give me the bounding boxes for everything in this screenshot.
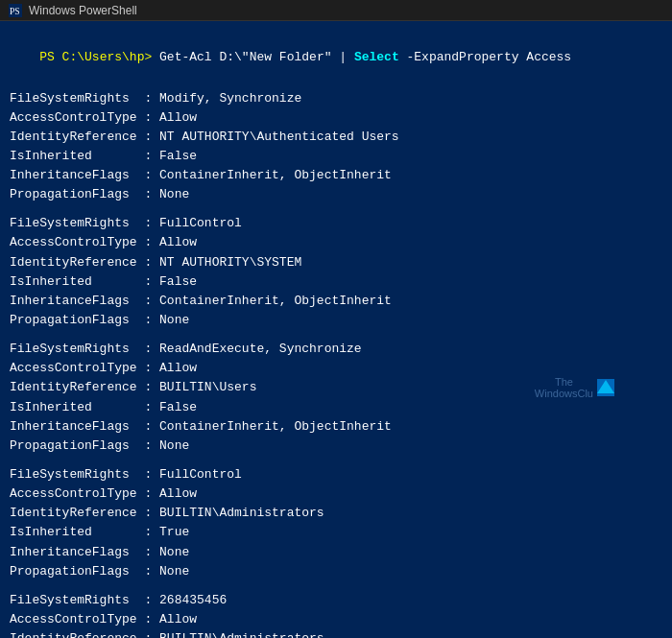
output-line: IdentityReference : NT AUTHORITY\SYSTEM bbox=[10, 253, 662, 272]
output-line: PropagationFlags : None bbox=[10, 437, 662, 456]
output-line: IsInherited : False bbox=[10, 147, 662, 166]
output-line: FileSystemRights : FullControl bbox=[10, 214, 662, 233]
command-post: -ExpandProperty Access bbox=[399, 50, 571, 64]
output-line: FileSystemRights : Modify, Synchronize bbox=[10, 89, 662, 108]
output-line: InheritanceFlags : ContainerInherit, Obj… bbox=[10, 166, 662, 185]
output-line: IsInherited : False bbox=[10, 398, 662, 417]
output-line: PropagationFlags : None bbox=[10, 311, 662, 330]
output-line: FileSystemRights : 268435456 bbox=[10, 591, 662, 610]
output-line: IdentityReference : BUILTIN\Administrato… bbox=[10, 629, 662, 638]
output-line: AccessControlType : Allow bbox=[10, 108, 662, 128]
output-line: AccessControlType : Allow bbox=[10, 233, 662, 252]
select-keyword: Select bbox=[354, 50, 399, 64]
output-line: FileSystemRights : FullControl bbox=[10, 465, 662, 484]
output-line: FileSystemRights : ReadAndExecute, Synch… bbox=[10, 340, 662, 359]
output-line: AccessControlType : Allow bbox=[10, 610, 662, 629]
output-line: IdentityReference : BUILTIN\Users bbox=[10, 378, 662, 397]
title-bar-text: Windows PowerShell bbox=[29, 4, 137, 17]
powershell-icon: PS bbox=[8, 3, 23, 18]
output-line: AccessControlType : Allow bbox=[10, 484, 662, 504]
acl-block-3: FileSystemRights : ReadAndExecute, Synch… bbox=[10, 340, 662, 456]
output-line: InheritanceFlags : None bbox=[10, 543, 662, 562]
command-pre: Get-Acl D:\"New Folder" | bbox=[152, 50, 354, 64]
acl-block-2: FileSystemRights : FullControl AccessCon… bbox=[10, 214, 662, 330]
acl-block-5: FileSystemRights : 268435456 AccessContr… bbox=[10, 591, 662, 638]
acl-block-1: FileSystemRights : Modify, Synchronize A… bbox=[10, 89, 662, 205]
output-line: IdentityReference : NT AUTHORITY\Authent… bbox=[10, 128, 662, 147]
output-line: PropagationFlags : None bbox=[10, 562, 662, 581]
prompt-text: PS C:\Users\hp> bbox=[39, 50, 152, 64]
output-line: IsInherited : True bbox=[10, 523, 662, 542]
svg-text:PS: PS bbox=[10, 6, 20, 16]
output-line: IdentityReference : BUILTIN\Administrato… bbox=[10, 504, 662, 523]
acl-block-4: FileSystemRights : FullControl AccessCon… bbox=[10, 465, 662, 581]
command-line: PS C:\Users\hp> Get-Acl D:\"New Folder" … bbox=[10, 29, 662, 85]
console-area: PS C:\Users\hp> Get-Acl D:\"New Folder" … bbox=[0, 21, 672, 638]
output-line: InheritanceFlags : ContainerInherit, Obj… bbox=[10, 417, 662, 437]
output-line: AccessControlType : Allow bbox=[10, 359, 662, 378]
output-line: IsInherited : False bbox=[10, 272, 662, 292]
output-line: PropagationFlags : None bbox=[10, 185, 662, 204]
title-bar: PS Windows PowerShell bbox=[0, 0, 672, 21]
output-line: InheritanceFlags : ContainerInherit, Obj… bbox=[10, 292, 662, 311]
